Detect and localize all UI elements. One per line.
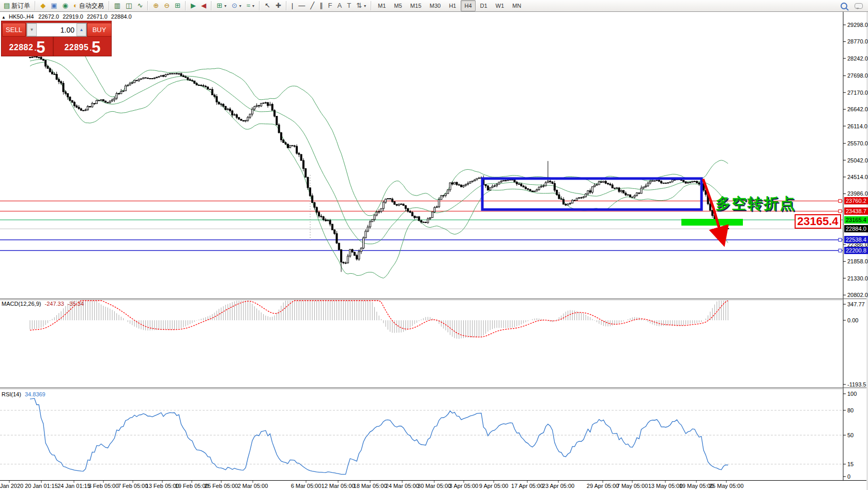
- indicators-button[interactable]: ≈▾: [245, 0, 256, 11]
- toolbar-right: [841, 3, 868, 9]
- turning-point-annotation: 多空转折点: [715, 194, 796, 214]
- chart-shift-icon: ◀: [201, 1, 206, 11]
- ohlc-low: 22671.0: [87, 13, 108, 20]
- toolbar-group-draw-tools: |—╱∥FAT⇅▾: [288, 0, 370, 11]
- toolbar-group-scroll: ▶◀: [187, 0, 210, 11]
- rsi-data-line: RSI(14) 34.8369: [2, 391, 45, 397]
- chart-shift-button[interactable]: ◀: [199, 0, 208, 11]
- toolbar-separator: [185, 1, 186, 10]
- community-icon-icon: ▣: [51, 1, 57, 11]
- auto-trading-icon: ◐: [73, 1, 78, 11]
- market-icon-icon: ◆: [40, 1, 45, 11]
- ohlc-close: 22884.0: [111, 13, 132, 20]
- rsi-value: 34.8369: [25, 391, 45, 397]
- volume-input[interactable]: 1.00: [37, 26, 77, 34]
- timeframe-h4-button[interactable]: H4: [461, 0, 475, 11]
- shapes-icon: ⇅: [356, 1, 362, 11]
- bar-chart-icon-button[interactable]: ▥: [112, 0, 123, 11]
- crosshair-icon: ✚: [276, 1, 281, 11]
- rsi-name: RSI(14): [2, 391, 21, 397]
- text-button[interactable]: A: [336, 0, 344, 11]
- shapes-button[interactable]: ⇅▾: [354, 0, 368, 11]
- channel-button[interactable]: ∥: [317, 0, 325, 11]
- toolbar-separator: [259, 1, 260, 10]
- toolbar-separator: [35, 1, 36, 10]
- sell-price-pip: 5: [36, 39, 45, 55]
- zoom-in-icon: ⊕: [153, 1, 159, 11]
- auto-trading-button-label: 自动交易: [79, 2, 104, 10]
- sell-price[interactable]: 22882.5: [2, 37, 54, 56]
- price-callout-box[interactable]: 23165.4: [795, 214, 841, 229]
- new-chart-button[interactable]: ⊞▾: [215, 0, 229, 11]
- sell-price-main: 22882: [9, 40, 33, 55]
- line-chart-icon-icon: ∿: [137, 1, 143, 11]
- timeframe-m15-button[interactable]: M15: [407, 0, 425, 11]
- timeframe-w1-button[interactable]: W1: [492, 0, 508, 11]
- horizontal-line-button[interactable]: —: [296, 0, 307, 11]
- bar-chart-icon-icon: ▥: [114, 1, 120, 11]
- order-buttons-row: SELL ▼ 1.00 ▲ BUY: [2, 23, 111, 36]
- timeframe-mn-button[interactable]: MN: [509, 0, 525, 11]
- chart-canvas[interactable]: [0, 0, 868, 490]
- ohlc-high: 22919.0: [63, 13, 83, 20]
- auto-trading-button[interactable]: ◐自动交易: [71, 0, 106, 11]
- periods-button-dropdown-icon[interactable]: ▾: [239, 4, 241, 8]
- timeframe-m1-button[interactable]: M1: [374, 0, 389, 11]
- market-icon-button[interactable]: ◆: [38, 0, 48, 11]
- toolbar-separator: [147, 1, 148, 10]
- toolbar-separator: [286, 1, 287, 10]
- zoom-in-button[interactable]: ⊕: [151, 0, 161, 11]
- fibonacci-button[interactable]: F: [326, 0, 334, 11]
- symbol-marker-icon: ▲: [2, 15, 6, 20]
- candle-chart-icon-button[interactable]: ◫: [124, 0, 134, 11]
- community-icon-button[interactable]: ▣: [49, 0, 59, 11]
- trendline-icon: ╱: [310, 1, 314, 11]
- new-order-icon: ▤: [4, 1, 10, 11]
- toolbar-group-chart-type: ▥◫∿: [111, 0, 147, 11]
- chat-icon[interactable]: [855, 3, 863, 9]
- macd-main-value: -247.33: [44, 301, 64, 307]
- support-highlight-bar[interactable]: [681, 219, 743, 226]
- macd-data-line: MACD(12,26,9) -247.33 -35.34: [2, 301, 84, 307]
- volume-down-button[interactable]: ▼: [27, 23, 37, 36]
- cursor-icon: ↖: [265, 1, 270, 11]
- macd-name: MACD(12,26,9): [2, 301, 41, 307]
- trendline-button[interactable]: ╱: [308, 0, 316, 11]
- new-chart-button-dropdown-icon[interactable]: ▾: [224, 4, 226, 8]
- cursor-button[interactable]: ↖: [263, 0, 272, 11]
- line-chart-icon-button[interactable]: ∿: [135, 0, 145, 11]
- timeframe-d1-button[interactable]: D1: [477, 0, 491, 11]
- buy-price-main: 22895: [64, 40, 88, 55]
- volume-up-button[interactable]: ▲: [77, 23, 86, 36]
- search-icon[interactable]: [841, 3, 847, 9]
- timeframe-h1-button[interactable]: H1: [445, 0, 460, 11]
- candle-chart-icon-icon: ◫: [126, 1, 132, 11]
- toolbar-groups: ▤新订单◆▣◉◐自动交易▥◫∿⊕⊖⊞▶◀⊞▾⊙▾≈▾↖✚|—╱∥FAT⇅▾M1M…: [0, 0, 526, 11]
- text-label-button[interactable]: T: [345, 0, 353, 11]
- timeframe-m30-button[interactable]: M30: [426, 0, 444, 11]
- indicators-button-dropdown-icon[interactable]: ▾: [252, 4, 254, 8]
- tile-windows-button[interactable]: ⊞: [173, 0, 182, 11]
- signals-icon-button[interactable]: ◉: [60, 0, 70, 11]
- crosshair-button[interactable]: ✚: [273, 0, 283, 11]
- vertical-line-button[interactable]: |: [290, 0, 295, 11]
- zoom-out-button[interactable]: ⊖: [162, 0, 172, 11]
- toolbar-separator: [109, 1, 110, 10]
- new-chart-icon: ⊞: [217, 1, 222, 11]
- buy-button[interactable]: BUY: [87, 23, 112, 37]
- timeframe-m5-button[interactable]: M5: [390, 0, 405, 11]
- periods-button[interactable]: ⊙▾: [230, 0, 243, 11]
- buy-price[interactable]: 22895.5: [54, 37, 111, 56]
- new-order-button-label: 新订单: [11, 2, 30, 10]
- auto-scroll-button[interactable]: ▶: [189, 0, 198, 11]
- sell-button[interactable]: SELL: [2, 23, 26, 37]
- fibonacci-icon: F: [328, 1, 332, 11]
- text-label-icon: T: [347, 1, 351, 11]
- toolbar-group-timeframes: M1M5M15M30H1H4D1W1MN: [373, 0, 526, 11]
- macd-signal-value: -35.34: [68, 301, 84, 307]
- shapes-button-dropdown-icon[interactable]: ▾: [364, 4, 366, 8]
- new-order-button[interactable]: ▤新订单: [2, 0, 32, 11]
- toolbar-group-zoom: ⊕⊖⊞: [149, 0, 184, 11]
- terminal-window: ▤新订单◆▣◉◐自动交易▥◫∿⊕⊖⊞▶◀⊞▾⊙▾≈▾↖✚|—╱∥FAT⇅▾M1M…: [0, 0, 868, 490]
- ohlc-open: 22672.0: [38, 13, 59, 20]
